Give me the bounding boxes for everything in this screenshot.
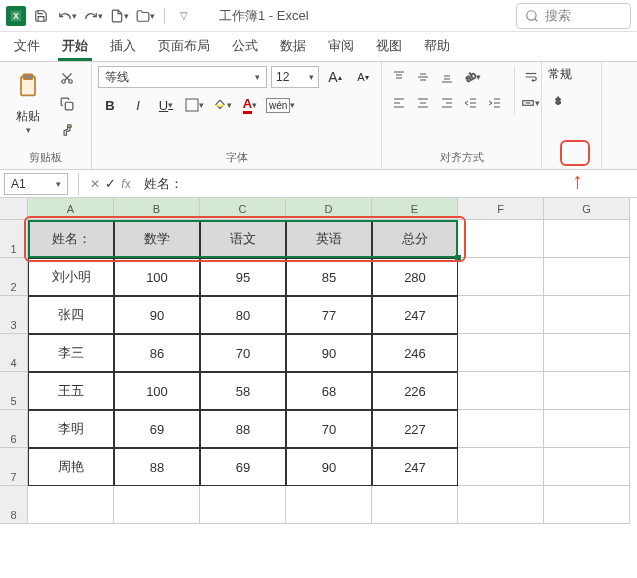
cell[interactable]: 90 [286,448,372,486]
cell[interactable] [458,372,544,410]
cell[interactable]: 总分 [372,220,458,258]
align-center-icon[interactable] [412,92,434,114]
col-header-f[interactable]: F [458,198,544,220]
redo-icon[interactable]: ▾ [82,5,104,27]
orientation-icon[interactable]: ab▾ [460,66,482,88]
col-header-d[interactable]: D [286,198,372,220]
cell[interactable]: 246 [372,334,458,372]
new-file-icon[interactable]: ▾ [108,5,130,27]
underline-button[interactable]: U ▾ [154,94,178,116]
cell[interactable] [114,486,200,524]
tab-help[interactable]: 帮助 [420,31,454,61]
align-middle-icon[interactable] [412,66,434,88]
row-header-3[interactable]: 3 [0,296,28,334]
copy-icon[interactable] [54,94,80,114]
border-button[interactable]: ▾ [182,94,206,116]
cell[interactable] [458,296,544,334]
accept-formula-icon[interactable]: ✓ [105,176,116,191]
cell[interactable] [372,486,458,524]
col-header-a[interactable]: A [28,198,114,220]
search-box[interactable]: 搜索 [516,3,631,29]
row-header-6[interactable]: 6 [0,410,28,448]
tab-view[interactable]: 视图 [372,31,406,61]
cell[interactable] [544,486,630,524]
decrease-font-icon[interactable]: A▾ [351,66,375,88]
tab-formulas[interactable]: 公式 [228,31,262,61]
col-header-c[interactable]: C [200,198,286,220]
bold-button[interactable]: B [98,94,122,116]
fill-color-button[interactable]: ▾ [210,94,234,116]
cell[interactable] [544,258,630,296]
fx-icon[interactable]: fx [116,177,136,191]
currency-icon[interactable]: $ [548,89,570,111]
cell[interactable]: 英语 [286,220,372,258]
align-top-icon[interactable] [388,66,410,88]
cell[interactable]: 58 [200,372,286,410]
cell[interactable]: 69 [114,410,200,448]
cancel-formula-icon[interactable]: ✕ [85,177,105,191]
cell[interactable]: 77 [286,296,372,334]
cell[interactable] [458,220,544,258]
cut-icon[interactable] [54,68,80,88]
row-header-2[interactable]: 2 [0,258,28,296]
cell[interactable] [458,410,544,448]
cell[interactable]: 247 [372,296,458,334]
qat-customize-icon[interactable]: ▽ [173,5,195,27]
row-header-1[interactable]: 1 [0,220,28,258]
cell[interactable]: 280 [372,258,458,296]
selection-handle[interactable] [455,255,461,261]
font-color-button[interactable]: A▾ [238,94,262,116]
cell[interactable]: 100 [114,372,200,410]
undo-icon[interactable]: ▾ [56,5,78,27]
cell[interactable]: 68 [286,372,372,410]
align-bottom-icon[interactable] [436,66,458,88]
cell[interactable] [544,372,630,410]
cell[interactable] [544,220,630,258]
name-box[interactable]: A1▾ [4,173,68,195]
tab-file[interactable]: 文件 [10,31,44,61]
row-header-5[interactable]: 5 [0,372,28,410]
row-header-8[interactable]: 8 [0,486,28,524]
font-name-select[interactable]: 等线▾ [98,66,267,88]
cell[interactable] [458,334,544,372]
select-all-corner[interactable] [0,198,28,220]
increase-font-icon[interactable]: A▴ [323,66,347,88]
cell[interactable]: 70 [286,410,372,448]
row-header-7[interactable]: 7 [0,448,28,486]
increase-indent-icon[interactable] [484,92,506,114]
cell[interactable] [544,334,630,372]
cell[interactable]: 语文 [200,220,286,258]
merge-center-icon[interactable]: ▾ [521,92,540,114]
cell[interactable]: 王五 [28,372,114,410]
align-right-icon[interactable] [436,92,458,114]
tab-data[interactable]: 数据 [276,31,310,61]
tab-review[interactable]: 审阅 [324,31,358,61]
cell[interactable]: 88 [200,410,286,448]
cell[interactable]: 247 [372,448,458,486]
number-format-select[interactable]: 常规 [548,66,572,83]
cell[interactable] [458,448,544,486]
col-header-e[interactable]: E [372,198,458,220]
cell[interactable]: 85 [286,258,372,296]
cell[interactable] [200,486,286,524]
cell[interactable]: 69 [200,448,286,486]
tab-insert[interactable]: 插入 [106,31,140,61]
italic-button[interactable]: I [126,94,150,116]
cell[interactable]: 88 [114,448,200,486]
cell[interactable]: 90 [286,334,372,372]
cell[interactable]: 姓名： [28,220,114,258]
decrease-indent-icon[interactable] [460,92,482,114]
cell[interactable] [286,486,372,524]
tab-home[interactable]: 开始 [58,31,92,61]
cell[interactable]: 刘小明 [28,258,114,296]
font-size-select[interactable]: 12▾ [271,66,319,88]
cell[interactable] [458,486,544,524]
row-header-4[interactable]: 4 [0,334,28,372]
cell[interactable]: 90 [114,296,200,334]
cell[interactable] [544,448,630,486]
cell[interactable]: 李明 [28,410,114,448]
cell[interactable]: 周艳 [28,448,114,486]
paste-dropdown-icon[interactable]: ▾ [26,125,31,135]
cell[interactable]: 80 [200,296,286,334]
col-header-g[interactable]: G [544,198,630,220]
